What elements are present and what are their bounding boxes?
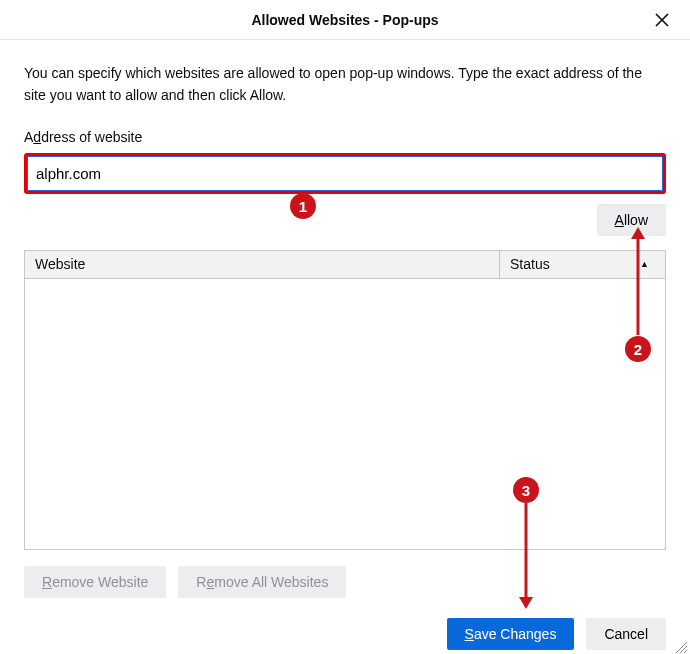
address-input-highlight [24,153,666,194]
annotation-arrow-3 [516,503,536,609]
close-icon[interactable] [652,10,672,30]
save-changes-button[interactable]: Save Changes [447,618,575,650]
resize-grip-icon[interactable] [672,638,688,654]
dialog-titlebar: Allowed Websites - Pop-ups [0,0,690,40]
svg-marker-1 [631,227,645,239]
annotation-arrow-2 [628,227,648,337]
svg-line-5 [680,646,687,653]
remove-website-button: Remove Website [24,566,166,598]
annotation-badge-3: 3 [513,477,539,503]
websites-table[interactable]: Website Status ▲ [24,250,666,550]
intro-text: You can specify which websites are allow… [24,62,666,107]
annotation-badge-2: 2 [625,336,651,362]
annotation-badge-1: 1 [290,193,316,219]
address-input[interactable] [27,156,663,191]
svg-line-6 [684,650,687,653]
svg-marker-3 [519,597,533,609]
column-header-website[interactable]: Website [25,251,499,277]
dialog-title: Allowed Websites - Pop-ups [251,12,438,28]
cancel-button[interactable]: Cancel [586,618,666,650]
remove-all-websites-button: Remove All Websites [178,566,346,598]
address-label: Address of website [24,129,666,145]
